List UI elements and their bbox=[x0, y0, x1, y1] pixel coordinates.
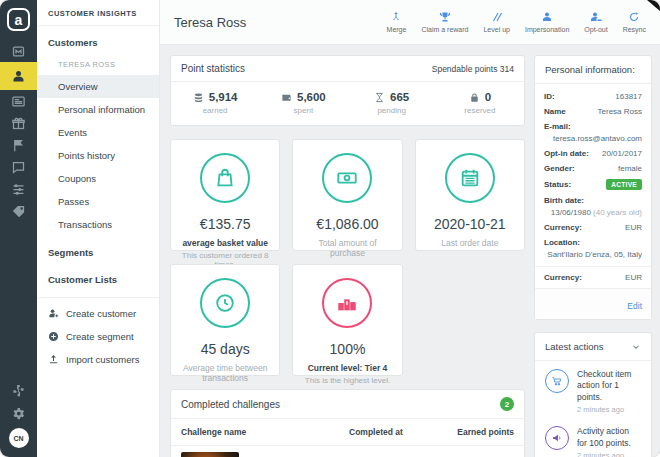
completed-challenges-header: Completed challenges 2 bbox=[171, 390, 524, 419]
last-order-label: Last order date bbox=[424, 238, 516, 248]
user-avatar[interactable]: CN bbox=[9, 428, 29, 448]
shopping-bag-icon bbox=[200, 153, 250, 203]
level-up-label: Level up bbox=[483, 26, 509, 33]
completed-challenges-card: Completed challenges 2 Challenge name Co… bbox=[170, 389, 525, 457]
pending-label: pending bbox=[348, 106, 436, 115]
customers-icon[interactable] bbox=[0, 62, 37, 90]
cursor-artifact bbox=[647, 0, 660, 11]
pi-currency2-value: EUR bbox=[625, 273, 642, 282]
challenge-row[interactable]: This appetizer is on us! Oct 21, 2020 10… bbox=[171, 446, 524, 457]
icon-rail: a CN bbox=[0, 0, 37, 457]
challenges-count-badge: 2 bbox=[500, 397, 514, 411]
sidebar-group-segments[interactable]: Segments bbox=[37, 236, 159, 263]
content: Point statistics Spendable points 314 5,… bbox=[160, 45, 660, 457]
integrations-puzzle-icon[interactable] bbox=[0, 382, 37, 398]
campaigns-icon[interactable] bbox=[0, 40, 37, 62]
latest-action-text-1: Checkout item action for 1 points. bbox=[577, 369, 641, 403]
edit-link[interactable]: Edit bbox=[627, 301, 642, 311]
sidebar-item-personal-information[interactable]: Personal information bbox=[37, 98, 159, 121]
earned-label: earned bbox=[171, 106, 259, 115]
banknote-icon bbox=[322, 153, 372, 203]
person-add-icon bbox=[48, 308, 59, 319]
total-purchase-value: €1,086.00 bbox=[301, 216, 393, 232]
challenge-image bbox=[181, 452, 239, 457]
status-badge: ACTIVE bbox=[606, 179, 642, 190]
claim-reward-button[interactable]: Claim a reward bbox=[421, 11, 468, 33]
chevron-down-icon[interactable] bbox=[631, 342, 641, 352]
pi-id-value: 163817 bbox=[615, 92, 642, 101]
resync-button[interactable]: Resync bbox=[623, 11, 646, 33]
pi-gender-label: Gender: bbox=[544, 164, 575, 173]
pi-currency2-label: Currency: bbox=[544, 273, 582, 282]
sidebar-item-overview[interactable]: Overview bbox=[37, 75, 159, 98]
trophy-icon bbox=[439, 11, 451, 23]
spendable-points: Spendable points 314 bbox=[432, 64, 514, 74]
sidebar-item-points-history[interactable]: Points history bbox=[37, 144, 159, 167]
challenges-icon[interactable] bbox=[0, 134, 37, 156]
sidebar-title: CUSTOMER INSIGHTS bbox=[37, 0, 159, 26]
impersonation-button[interactable]: Impersonation bbox=[525, 11, 569, 33]
calendar-icon bbox=[445, 153, 495, 203]
stat-spent: 5,600 spent bbox=[259, 91, 347, 115]
completed-challenges-title: Completed challenges bbox=[181, 399, 280, 410]
offers-tag-icon[interactable] bbox=[0, 200, 37, 222]
col-completed-at: Completed at bbox=[349, 427, 444, 437]
import-customers-button[interactable]: Import customers bbox=[37, 348, 159, 371]
pi-id-label: ID: bbox=[544, 92, 555, 101]
pi-row-currency: Currency: EUR bbox=[544, 220, 642, 235]
page-title: Teresa Ross bbox=[174, 15, 246, 30]
current-level-card: 100% Current level: Tier 4 This is the h… bbox=[292, 264, 402, 376]
sidebar-group-customers[interactable]: Customers bbox=[37, 26, 159, 53]
megaphone-icon bbox=[545, 426, 569, 450]
refresh-icon bbox=[628, 11, 640, 23]
upload-icon bbox=[48, 354, 59, 365]
level-up-button[interactable]: Level up bbox=[483, 11, 509, 33]
point-statistics-title: Point statistics bbox=[181, 63, 245, 74]
sidebar-item-events[interactable]: Events bbox=[37, 121, 159, 144]
antavo-logo[interactable]: a bbox=[7, 8, 30, 31]
pi-row-optin: Opt-in date: 20/01/2017 bbox=[544, 146, 642, 161]
sidebar: CUSTOMER INSIGHTS Customers TERESA ROSS … bbox=[37, 0, 160, 457]
import-customers-label: Import customers bbox=[66, 354, 139, 365]
pending-value: 665 bbox=[390, 91, 409, 103]
plus-circle-icon bbox=[48, 331, 59, 342]
current-level-value: 100% bbox=[301, 341, 393, 357]
pi-row-birth: Birth date: 13/06/1980 (40 years old) bbox=[544, 193, 642, 220]
pi-row-email: E-mail: teresa.ross@antavo.com bbox=[544, 119, 642, 146]
last-order-card: 2020-10-21 Last order date bbox=[415, 139, 525, 251]
messages-icon[interactable] bbox=[0, 156, 37, 178]
avg-basket-value: €135.75 bbox=[179, 216, 271, 232]
pi-row-currency-2: Currency: EUR bbox=[535, 266, 651, 288]
latest-actions-card: Latest actions Checkout item action for … bbox=[534, 332, 652, 457]
rewards-icon[interactable] bbox=[0, 112, 37, 134]
pi-birth-date: 13/06/1980 bbox=[551, 208, 591, 217]
sidebar-item-transactions[interactable]: Transactions bbox=[37, 213, 159, 236]
sidebar-item-passes[interactable]: Passes bbox=[37, 190, 159, 213]
latest-action-item-1[interactable]: Checkout item action for 1 points. 2 min… bbox=[535, 361, 651, 418]
pi-birth-value: 13/06/1980 (40 years old) bbox=[544, 208, 642, 217]
create-segment-button[interactable]: Create segment bbox=[37, 325, 159, 348]
create-segment-label: Create segment bbox=[66, 331, 134, 342]
content-icon[interactable] bbox=[0, 90, 37, 112]
coins-icon bbox=[193, 92, 204, 103]
person-icon bbox=[541, 11, 553, 23]
app-window: a CN bbox=[0, 0, 660, 457]
pi-birth-label: Birth date: bbox=[544, 196, 584, 205]
opt-out-button[interactable]: Opt-out bbox=[584, 11, 607, 33]
reserved-label: reserved bbox=[436, 106, 524, 115]
sidebar-item-coupons[interactable]: Coupons bbox=[37, 167, 159, 190]
sidebar-group-customer-lists[interactable]: Customer Lists bbox=[37, 263, 159, 290]
settings-gear-icon[interactable] bbox=[0, 405, 37, 421]
opt-out-label: Opt-out bbox=[584, 26, 607, 33]
personal-info-card: Personal information: ID: 163817 Name Te… bbox=[534, 55, 652, 320]
reserved-value: 0 bbox=[485, 91, 491, 103]
last-order-value: 2020-10-21 bbox=[424, 216, 516, 232]
segments-icon[interactable] bbox=[0, 178, 37, 200]
latest-action-item-2[interactable]: Activity action for 100 points. 2 minute… bbox=[535, 418, 651, 457]
main-area: Teresa Ross Merge Claim a reward Level u… bbox=[160, 0, 660, 457]
right-column: Personal information: ID: 163817 Name Te… bbox=[534, 55, 652, 457]
merge-button[interactable]: Merge bbox=[387, 11, 407, 33]
create-customer-button[interactable]: Create customer bbox=[37, 302, 159, 325]
latest-actions-header: Latest actions bbox=[535, 333, 651, 361]
personal-info-title: Personal information: bbox=[535, 56, 651, 84]
